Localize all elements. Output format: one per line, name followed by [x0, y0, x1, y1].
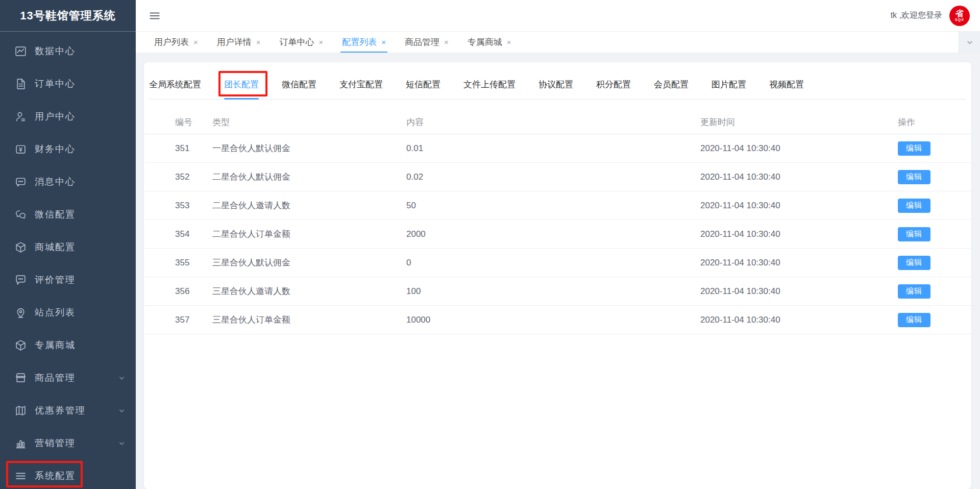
tab-product-management[interactable]: 商品管理 × — [405, 32, 449, 53]
edit-button[interactable]: 编辑 — [898, 256, 930, 270]
tab-label: 用户详情 — [217, 36, 252, 48]
config-tab-sms[interactable]: 短信配置 — [406, 75, 440, 99]
tabs-overflow-button[interactable] — [959, 32, 980, 53]
sidebar-item-label: 消息中心 — [35, 176, 76, 188]
sidebar-item-data-center[interactable]: 数据中心 — [0, 35, 136, 67]
tab-label: 用户列表 — [154, 36, 189, 48]
sidebar-item-marketing-management[interactable]: 营销管理 — [0, 427, 136, 459]
edit-button[interactable]: 编辑 — [898, 227, 930, 241]
cell-content: 50 — [406, 201, 700, 211]
edit-button[interactable]: 编辑 — [898, 141, 930, 156]
chevron-down-icon — [966, 38, 974, 46]
edit-button[interactable]: 编辑 — [898, 170, 930, 184]
chevron-down-icon — [118, 407, 126, 414]
avatar-sub-text: SQX — [955, 18, 964, 21]
tab-user-list[interactable]: 用户列表 × — [154, 32, 198, 53]
cell-updated: 2020-11-04 10:30:40 — [700, 286, 898, 297]
sidebar-item-coupon-management[interactable]: 优惠券管理 — [0, 394, 136, 427]
cell-id: 354 — [175, 229, 212, 239]
cell-type: 三星合伙人邀请人数 — [212, 285, 406, 297]
cell-content: 0.02 — [406, 172, 700, 182]
user-icon — [14, 110, 27, 123]
tab-exclusive-mall[interactable]: 专属商城 × — [468, 32, 511, 53]
sidebar-item-review-management[interactable]: 评价管理 — [0, 263, 136, 296]
cell-type: 一星合伙人默认佣金 — [212, 142, 406, 154]
wechat-icon — [14, 208, 27, 221]
cube-icon — [14, 339, 27, 352]
sidebar-item-label: 订单中心 — [35, 78, 76, 90]
menu-lines-icon — [14, 470, 27, 482]
config-tab-file-upload[interactable]: 文件上传配置 — [463, 75, 516, 99]
cell-id: 356 — [175, 286, 212, 297]
edit-button[interactable]: 编辑 — [898, 313, 930, 327]
sidebar-item-finance-center[interactable]: 财务中心 — [0, 133, 136, 165]
location-icon — [14, 306, 27, 319]
top-header: tk ,欢迎您登录 省 SQX — [136, 0, 980, 32]
sidebar-item-label: 数据中心 — [35, 45, 76, 57]
tab-config-list[interactable]: 配置列表 × — [342, 32, 386, 53]
sidebar: 13号鞋馆管理系统 数据中心 订单中心 用户中心 财务中心 — [0, 0, 136, 489]
close-icon[interactable]: × — [444, 38, 449, 46]
config-tab-global-system[interactable]: 全局系统配置 — [149, 75, 201, 99]
tab-user-detail[interactable]: 用户详情 × — [217, 32, 261, 53]
avatar[interactable]: 省 SQX — [949, 6, 970, 26]
chevron-down-icon — [118, 439, 126, 447]
tab-label: 专属商城 — [468, 36, 502, 48]
table-row: 353 二星合伙人邀请人数 50 2020-11-04 10:30:40 编辑 — [144, 191, 971, 220]
message-icon — [14, 176, 27, 188]
sidebar-item-label: 评价管理 — [35, 274, 76, 286]
config-tab-alipay[interactable]: 支付宝配置 — [339, 75, 383, 99]
config-tab-leader[interactable]: 团长配置 — [224, 75, 259, 99]
sidebar-item-label: 商城配置 — [35, 241, 76, 253]
cell-updated: 2020-11-04 10:30:40 — [700, 172, 898, 182]
sidebar-item-mall-config[interactable]: 商城配置 — [0, 231, 136, 263]
sidebar-item-label: 微信配置 — [35, 208, 76, 221]
document-icon — [14, 78, 27, 90]
config-tab-wechat[interactable]: 微信配置 — [282, 75, 316, 99]
sidebar-toggle-icon[interactable] — [148, 9, 161, 22]
cell-id: 353 — [175, 201, 212, 211]
sidebar-item-user-center[interactable]: 用户中心 — [0, 100, 136, 133]
config-tab-image[interactable]: 图片配置 — [712, 75, 746, 99]
tab-label: 商品管理 — [405, 36, 439, 48]
sidebar-item-label: 营销管理 — [35, 437, 76, 449]
col-header-id: 编号 — [175, 116, 212, 128]
close-icon[interactable]: × — [319, 38, 324, 46]
cube-icon — [14, 241, 27, 254]
config-tab-member[interactable]: 会员配置 — [654, 75, 689, 99]
edit-button[interactable]: 编辑 — [898, 199, 930, 213]
config-tab-points[interactable]: 积分配置 — [596, 75, 631, 99]
sidebar-menu: 数据中心 订单中心 用户中心 财务中心 消息中心 — [0, 32, 136, 489]
close-icon[interactable]: × — [256, 38, 261, 46]
cell-updated: 2020-11-04 10:30:40 — [700, 229, 898, 239]
chart-line-icon — [14, 45, 27, 58]
cell-updated: 2020-11-04 10:30:40 — [700, 315, 898, 325]
cell-updated: 2020-11-04 10:30:40 — [700, 201, 898, 211]
cell-content: 100 — [406, 286, 700, 297]
sidebar-item-label: 商品管理 — [35, 372, 76, 384]
sidebar-item-exclusive-mall[interactable]: 专属商城 — [0, 329, 136, 361]
sidebar-item-label: 专属商城 — [35, 339, 76, 351]
header-user-area: tk ,欢迎您登录 省 SQX — [891, 6, 970, 26]
close-icon[interactable]: × — [193, 38, 198, 46]
table-row: 356 三星合伙人邀请人数 100 2020-11-04 10:30:40 编辑 — [144, 277, 971, 306]
cell-updated: 2020-11-04 10:30:40 — [700, 258, 898, 268]
coupon-icon — [14, 404, 27, 417]
cell-content: 0.01 — [406, 143, 700, 154]
sidebar-item-site-list[interactable]: 站点列表 — [0, 296, 136, 329]
config-tab-video[interactable]: 视频配置 — [769, 75, 804, 99]
col-header-action: 操作 — [898, 116, 951, 128]
open-tabs-bar: 用户列表 × 用户详情 × 订单中心 × 配置列表 × 商品管理 × 专属商城 … — [136, 32, 980, 53]
sidebar-item-order-center[interactable]: 订单中心 — [0, 67, 136, 100]
tab-order-center[interactable]: 订单中心 × — [280, 32, 324, 53]
sidebar-item-message-center[interactable]: 消息中心 — [0, 165, 136, 198]
sidebar-item-product-management[interactable]: 商品管理 — [0, 361, 136, 394]
sidebar-item-system-config[interactable]: 系统配置 — [0, 459, 136, 489]
col-header-content: 内容 — [406, 116, 700, 128]
sidebar-item-wechat-config[interactable]: 微信配置 — [0, 198, 136, 231]
config-tab-agreement[interactable]: 协议配置 — [538, 75, 573, 99]
cell-id: 352 — [175, 172, 212, 182]
close-icon[interactable]: × — [381, 38, 386, 46]
close-icon[interactable]: × — [507, 38, 511, 46]
edit-button[interactable]: 编辑 — [898, 284, 930, 299]
